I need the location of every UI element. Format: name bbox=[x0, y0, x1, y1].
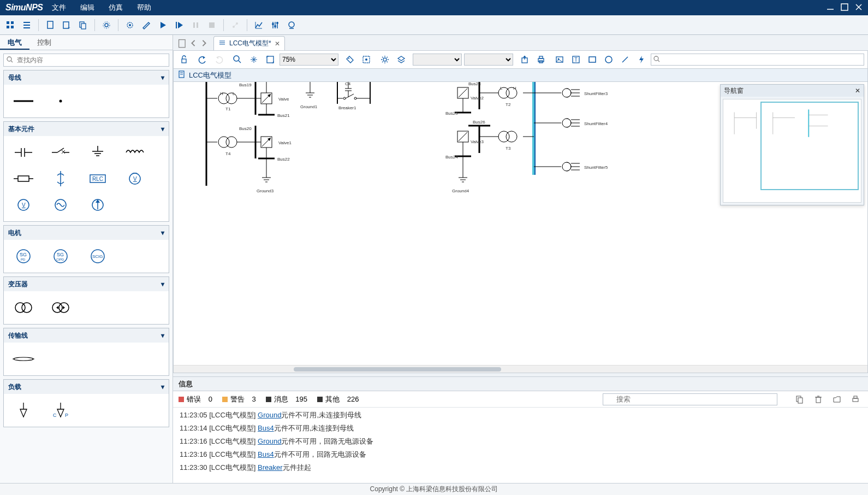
doc-home-icon[interactable] bbox=[177, 38, 187, 48]
rect-icon[interactable] bbox=[585, 52, 599, 67]
close-button[interactable] bbox=[854, 2, 864, 14]
text-icon[interactable]: T bbox=[569, 52, 583, 67]
tag-icon[interactable] bbox=[343, 52, 357, 67]
menu-file[interactable]: 文件 bbox=[52, 3, 66, 13]
tab-electrical[interactable]: 电气 bbox=[0, 35, 29, 50]
info-log-list[interactable]: 11:23:05 [LCC电气模型] Ground元件不可用,未连接到母线11:… bbox=[173, 408, 868, 483]
doc-prev-icon[interactable] bbox=[188, 38, 198, 48]
rlc-item[interactable]: RLC bbox=[80, 167, 115, 191]
inductor-item[interactable] bbox=[117, 140, 152, 164]
scope-icon[interactable] bbox=[284, 18, 299, 32]
breadcrumb-label[interactable]: LCC电气模型 bbox=[189, 70, 231, 80]
combo-2[interactable] bbox=[464, 54, 513, 66]
log-link[interactable]: Breaker bbox=[258, 463, 283, 472]
new-doc-icon[interactable] bbox=[43, 18, 57, 32]
open-log-icon[interactable] bbox=[830, 392, 844, 406]
line-icon[interactable] bbox=[618, 52, 632, 67]
undo-icon[interactable] bbox=[195, 52, 210, 67]
section-basic[interactable]: 基本元件▾ bbox=[4, 122, 169, 136]
filter-other[interactable]: 其他 226 bbox=[317, 394, 359, 404]
zoom-select[interactable]: 75% bbox=[280, 54, 338, 66]
transformer-3w-item[interactable] bbox=[43, 296, 78, 320]
section-load[interactable]: 负载▾ bbox=[4, 380, 169, 394]
filter-msg[interactable]: 消息 195 bbox=[266, 394, 307, 404]
combo-1[interactable] bbox=[413, 54, 462, 66]
section-tline[interactable]: 传输线▾ bbox=[4, 328, 169, 343]
plot-icon[interactable] bbox=[252, 18, 266, 32]
gear-icon[interactable] bbox=[378, 52, 392, 67]
minimize-button[interactable] bbox=[825, 2, 835, 14]
load-cvp-item[interactable]: CP bbox=[43, 398, 78, 422]
sg-cipd-item[interactable]: SGCIPD bbox=[43, 244, 78, 268]
copy-doc-icon[interactable] bbox=[76, 18, 90, 32]
view-list-icon[interactable] bbox=[20, 18, 34, 32]
delete-log-icon[interactable] bbox=[811, 392, 825, 406]
doc-tab-lcc[interactable]: LCC电气模型* ✕ bbox=[213, 36, 285, 50]
edit-icon[interactable] bbox=[139, 18, 153, 32]
circle-icon[interactable] bbox=[602, 52, 616, 67]
step-icon[interactable] bbox=[172, 18, 186, 32]
menu-edit[interactable]: 编辑 bbox=[80, 3, 94, 13]
resistor-item[interactable] bbox=[6, 167, 41, 191]
zoom-icon[interactable] bbox=[230, 52, 245, 67]
layers-icon[interactable] bbox=[394, 52, 408, 67]
canvas-scrollbar-h[interactable] bbox=[174, 365, 867, 373]
doc-tab-close-icon[interactable]: ✕ bbox=[275, 40, 280, 48]
switch-item[interactable] bbox=[43, 140, 78, 164]
fit-screen-icon[interactable] bbox=[263, 52, 277, 67]
load-item[interactable] bbox=[6, 398, 41, 422]
svg-text:ShuntFilter3: ShuntFilter3 bbox=[584, 91, 608, 96]
section-machine[interactable]: 电机▾ bbox=[4, 226, 169, 240]
navigator-viewport[interactable] bbox=[760, 102, 859, 190]
voltmeter2-item[interactable]: V bbox=[6, 193, 41, 217]
section-bus[interactable]: 母线▾ bbox=[4, 70, 169, 85]
sidebar-search-input[interactable] bbox=[3, 54, 169, 67]
menu-sim[interactable]: 仿真 bbox=[109, 3, 123, 13]
menu-help[interactable]: 帮助 bbox=[137, 3, 151, 13]
navigator-body[interactable] bbox=[723, 99, 861, 203]
print-log-icon[interactable] bbox=[848, 392, 863, 406]
tline-item[interactable] bbox=[6, 347, 41, 371]
filter-warn[interactable]: 警告 3 bbox=[222, 394, 256, 404]
copy-log-icon[interactable] bbox=[793, 392, 807, 406]
export-icon[interactable] bbox=[518, 52, 532, 67]
source-cs-item[interactable] bbox=[43, 167, 78, 191]
section-transformer[interactable]: 变压器▾ bbox=[4, 277, 169, 291]
lightning-icon[interactable] bbox=[634, 52, 649, 67]
navigator-panel[interactable]: 导航窗 ✕ bbox=[720, 84, 864, 205]
ground-item[interactable] bbox=[80, 140, 115, 164]
bus-line-item[interactable] bbox=[6, 89, 41, 113]
navigator-close-icon[interactable]: ✕ bbox=[855, 87, 860, 95]
sg-pd-item[interactable]: SGPD bbox=[6, 244, 41, 268]
run-icon[interactable] bbox=[156, 18, 170, 32]
sliders-icon[interactable] bbox=[268, 18, 282, 32]
log-link[interactable]: Ground bbox=[258, 411, 281, 419]
log-link[interactable]: Bus4 bbox=[258, 450, 274, 458]
scig-item[interactable]: SCIG bbox=[80, 244, 115, 268]
view-grid-icon[interactable] bbox=[3, 18, 17, 32]
doc-next-icon[interactable] bbox=[199, 38, 209, 48]
maximize-button[interactable] bbox=[840, 2, 849, 14]
bus-node-item[interactable] bbox=[43, 89, 78, 113]
settings-icon[interactable] bbox=[99, 18, 114, 32]
filter-error[interactable]: 错误 0 bbox=[179, 394, 212, 404]
capacitor-item[interactable] bbox=[6, 140, 41, 164]
select-all-icon[interactable] bbox=[359, 52, 373, 67]
unlock-icon[interactable] bbox=[177, 52, 191, 67]
open-doc-icon[interactable]: + bbox=[60, 18, 74, 32]
current-source-item[interactable] bbox=[80, 193, 115, 217]
log-link[interactable]: Bus4 bbox=[258, 424, 274, 432]
canvas[interactable]: HL T1 Bus19 Valve Bus21 T4 bbox=[173, 82, 868, 373]
tab-control[interactable]: 控制 bbox=[29, 35, 59, 50]
pan-icon[interactable] bbox=[247, 52, 261, 67]
print-icon[interactable] bbox=[534, 52, 548, 67]
compile-icon[interactable] bbox=[123, 18, 137, 32]
voltmeter-item[interactable]: V bbox=[117, 167, 152, 191]
ac-source-item[interactable] bbox=[43, 193, 78, 217]
canvas-search-input[interactable] bbox=[651, 54, 864, 66]
log-link[interactable]: Ground bbox=[258, 437, 281, 445]
svg-point-16 bbox=[105, 23, 108, 27]
transformer-2w-item[interactable] bbox=[6, 296, 41, 320]
info-search-input[interactable] bbox=[603, 393, 777, 405]
image-icon[interactable] bbox=[552, 52, 567, 67]
